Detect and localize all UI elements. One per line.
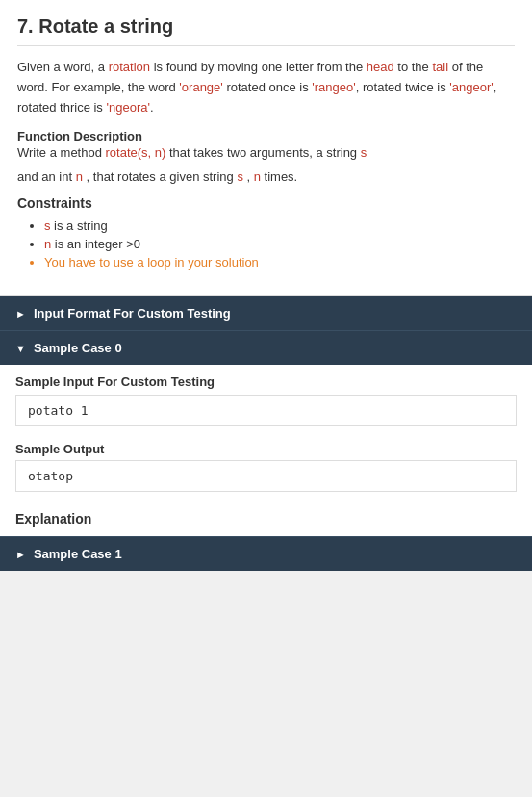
sample-case-0-bar[interactable]: ▼ Sample Case 0 [0, 330, 532, 365]
constraints-list: s is a string n is an integer >0 You hav… [17, 219, 515, 270]
highlight-orange: 'orange' [179, 80, 222, 94]
highlight-rotation: rotation [109, 60, 150, 74]
highlight-ngeora: 'ngeora' [107, 100, 150, 115]
sample-case-0-icon: ▼ [15, 343, 26, 354]
code-s2: s [237, 169, 243, 184]
sample-input-label: Sample Input For Custom Testing [0, 365, 532, 395]
sample-input-value: potato 1 [15, 395, 517, 426]
code-s: s [361, 145, 367, 160]
input-format-label: Input Format For Custom Testing [34, 306, 231, 321]
input-format-icon: ► [15, 308, 26, 320]
code-rotate: rotate(s, n) [106, 145, 166, 160]
highlight-head: head [367, 60, 394, 74]
bottom-spacer [0, 571, 532, 590]
constraints-heading: Constraints [17, 195, 515, 211]
and-text-line: and an int n , that rotates a given stri… [17, 169, 515, 184]
code-s-constraint: s [44, 219, 51, 233]
constraint-n: n is an integer >0 [44, 237, 515, 251]
code-n: n [76, 169, 83, 184]
problem-content: 7. Rotate a string Given a word, a rotat… [0, 0, 532, 296]
sample-case-1-label: Sample Case 1 [34, 547, 122, 561]
code-n2: n [254, 169, 261, 184]
function-description-text: Write a method rotate(s, n) that takes t… [17, 145, 515, 160]
explanation-label: Explanation [0, 501, 532, 536]
sample-case-1-bar[interactable]: ► Sample Case 1 [0, 536, 532, 571]
problem-title: 7. Rotate a string [17, 15, 515, 46]
problem-description: Given a word, a rotation is found by mov… [17, 58, 515, 117]
code-n-constraint: n [44, 237, 51, 251]
input-format-bar[interactable]: ► Input Format For Custom Testing [0, 296, 532, 330]
highlight-angeor: 'angeor' [449, 80, 493, 94]
sample-case-1-icon: ► [15, 549, 26, 560]
function-description-heading: Function Description [17, 129, 515, 143]
page-wrapper: 7. Rotate a string Given a word, a rotat… [0, 0, 532, 590]
sample-case-0-content: Sample Input For Custom Testing potato 1… [0, 365, 532, 536]
highlight-rangeo: 'rangeo' [312, 80, 355, 94]
constraint-s: s is a string [44, 219, 515, 233]
highlight-tail: tail [432, 60, 448, 74]
sample-output-label: Sample Output [0, 436, 532, 460]
sample-output-value: otatop [15, 460, 517, 492]
sample-case-0-label: Sample Case 0 [34, 341, 122, 355]
constraint-loop: You have to use a loop in your solution [44, 255, 515, 270]
